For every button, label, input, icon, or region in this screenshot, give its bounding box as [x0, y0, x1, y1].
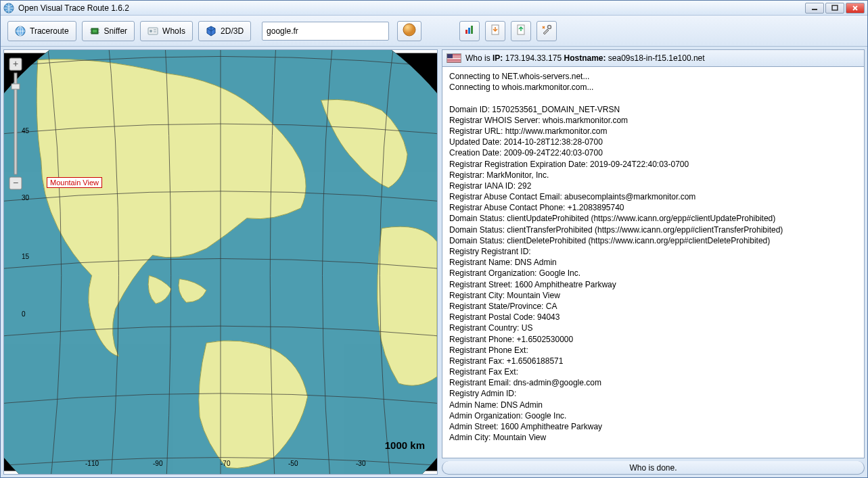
- zoom-slider[interactable]: +−: [8, 57, 23, 192]
- svg-rect-19: [468, 28, 470, 34]
- chart-button[interactable]: [459, 21, 480, 41]
- app-icon: [3, 3, 14, 14]
- view-toggle-button[interactable]: 2D/3D: [198, 21, 251, 41]
- whois-button[interactable]: WhoIs: [140, 21, 193, 41]
- whois-label: WhoIs: [162, 26, 185, 36]
- svg-point-14: [150, 30, 152, 32]
- lat-label: 0: [22, 310, 26, 318]
- document-import-icon: [516, 24, 526, 37]
- svg-rect-8: [93, 30, 97, 32]
- globe-icon: [15, 26, 26, 37]
- toolbar: Traceroute Sniffer WhoIs 2D/3D: [1, 16, 867, 47]
- map-marker-label: Mountain View: [47, 177, 102, 188]
- lon-label: -30: [356, 460, 365, 467]
- titlebar[interactable]: Open Visual Trace Route 1.6.2: [1, 1, 867, 16]
- whois-panel: Who is IP: 173.194.33.175 Hostname: sea0…: [442, 49, 865, 475]
- lon-label: -90: [153, 460, 162, 467]
- whois-header: Who is IP: 173.194.33.175 Hostname: sea0…: [442, 49, 865, 67]
- traceroute-label: Traceroute: [30, 26, 69, 36]
- document-export-icon: [490, 24, 501, 37]
- window-controls: [805, 3, 865, 14]
- sniffer-label: Sniffer: [104, 26, 127, 36]
- go-button[interactable]: [397, 21, 421, 41]
- lon-label: -110: [85, 460, 99, 467]
- svg-rect-2: [832, 5, 838, 10]
- map-scale: 1000 km: [385, 439, 425, 451]
- sphere-icon: [402, 22, 417, 39]
- globe-view[interactable]: [4, 50, 437, 474]
- us-flag-icon: [447, 53, 461, 63]
- svg-point-17: [403, 24, 415, 36]
- lat-label: 15: [22, 253, 29, 260]
- whois-header-text: Who is IP: 173.194.33.175 Hostname: sea0…: [465, 53, 705, 63]
- whois-status: Who is done.: [442, 461, 865, 475]
- map-panel[interactable]: +− Mountain View 1000 km 45 30 15 0 -110…: [3, 49, 438, 475]
- cube-icon: [206, 26, 216, 37]
- sniffer-button[interactable]: Sniffer: [82, 21, 135, 41]
- export-button[interactable]: [485, 21, 505, 41]
- whois-output[interactable]: Connecting to NET.whois-servers.net... C…: [442, 67, 865, 458]
- content-area: +− Mountain View 1000 km 45 30 15 0 -110…: [1, 47, 867, 477]
- id-card-icon: [147, 26, 158, 37]
- close-button[interactable]: [846, 3, 865, 14]
- traceroute-button[interactable]: Traceroute: [7, 21, 76, 41]
- tools-icon: [541, 24, 552, 37]
- chip-icon: [89, 26, 100, 37]
- maximize-button[interactable]: [825, 3, 844, 14]
- svg-point-23: [548, 26, 551, 29]
- host-input[interactable]: [262, 22, 389, 41]
- window-title: Open Visual Trace Route 1.6.2: [18, 3, 805, 13]
- svg-text:−: −: [13, 177, 18, 188]
- svg-rect-18: [465, 30, 467, 34]
- app-window: Open Visual Trace Route 1.6.2 Traceroute…: [0, 0, 868, 478]
- svg-text:+: +: [13, 58, 18, 69]
- lon-label: -50: [288, 460, 298, 467]
- lon-label: -70: [221, 460, 230, 467]
- svg-rect-20: [471, 26, 473, 34]
- minimize-button[interactable]: [805, 3, 824, 14]
- chart-icon: [464, 24, 475, 37]
- view-toggle-label: 2D/3D: [221, 26, 244, 36]
- lat-label: 45: [22, 127, 29, 135]
- svg-rect-31: [12, 84, 20, 89]
- import-button[interactable]: [511, 21, 531, 41]
- lat-label: 30: [22, 194, 29, 201]
- settings-button[interactable]: [536, 21, 557, 41]
